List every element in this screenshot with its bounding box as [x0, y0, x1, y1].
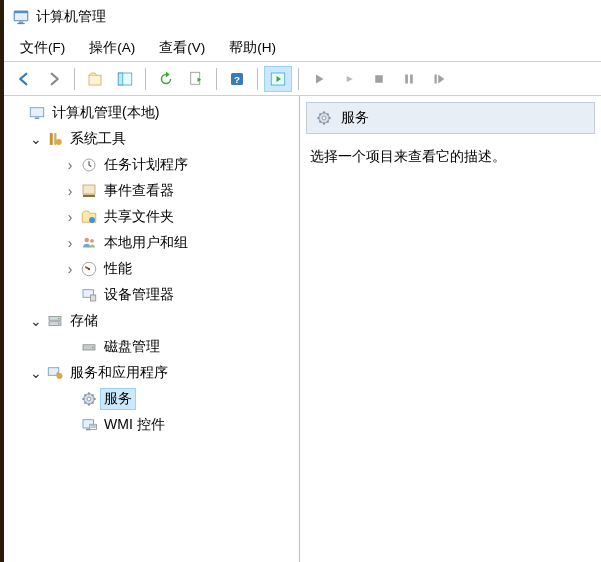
- toolbar-separator: [216, 68, 217, 90]
- svg-point-27: [88, 268, 90, 270]
- back-button[interactable]: [10, 66, 38, 92]
- svg-rect-11: [375, 75, 383, 83]
- detail-description: 选择一个项目来查看它的描述。: [306, 134, 595, 180]
- svg-rect-15: [30, 108, 44, 117]
- svg-point-23: [89, 217, 95, 223]
- tree-label: 任务计划程序: [100, 154, 192, 176]
- svg-point-19: [56, 139, 62, 145]
- spacer: [62, 339, 78, 355]
- svg-point-32: [58, 318, 60, 320]
- svg-point-37: [57, 373, 63, 379]
- users-icon: [80, 234, 98, 252]
- tree-wmi[interactable]: WMI 控件: [6, 412, 297, 438]
- clock-icon: [80, 156, 98, 174]
- tree-label: WMI 控件: [100, 414, 169, 436]
- tree-root[interactable]: 计算机管理(本地): [6, 100, 297, 126]
- content-area: 计算机管理(本地) 系统工具 任务计划程序 事件查看器 共享文件夹 本地用户和组: [4, 96, 601, 562]
- tree-performance[interactable]: 性能: [6, 256, 297, 282]
- svg-rect-29: [91, 295, 96, 301]
- tree-label: 共享文件夹: [100, 206, 178, 228]
- tree-device-manager[interactable]: 设备管理器: [6, 282, 297, 308]
- tree-shared-folders[interactable]: 共享文件夹: [6, 204, 297, 230]
- tree-label: 系统工具: [66, 128, 130, 150]
- help-button[interactable]: ?: [223, 66, 251, 92]
- properties-button[interactable]: [264, 66, 292, 92]
- detail-header: 服务: [306, 102, 595, 134]
- svg-rect-17: [50, 133, 53, 145]
- up-level-button[interactable]: [81, 66, 109, 92]
- gear-icon: [80, 390, 98, 408]
- tree-label: 磁盘管理: [100, 336, 164, 358]
- menu-action[interactable]: 操作(A): [79, 36, 145, 60]
- computer-management-icon: [28, 104, 46, 122]
- spacer: [62, 417, 78, 433]
- refresh-button[interactable]: [152, 66, 180, 92]
- tree-label: 服务: [100, 388, 136, 410]
- tree-label: 本地用户和组: [100, 232, 192, 254]
- tree-label: 设备管理器: [100, 284, 178, 306]
- forward-button[interactable]: [40, 66, 68, 92]
- system-tools-icon: [46, 130, 64, 148]
- spacer: [10, 105, 26, 121]
- tree-system-tools[interactable]: 系统工具: [6, 126, 297, 152]
- svg-rect-2: [19, 22, 24, 24]
- shared-folder-icon: [80, 208, 98, 226]
- gear-icon: [315, 109, 333, 127]
- expander-icon[interactable]: [62, 157, 78, 173]
- restart-service-button[interactable]: [425, 66, 453, 92]
- toolbar-separator: [74, 68, 75, 90]
- svg-point-25: [90, 239, 94, 243]
- svg-point-33: [58, 323, 60, 325]
- svg-rect-4: [89, 75, 101, 85]
- svg-rect-1: [14, 11, 28, 13]
- tree-label: 性能: [100, 258, 136, 280]
- expander-icon[interactable]: [28, 313, 44, 329]
- svg-text:?: ?: [234, 73, 240, 84]
- tree-local-users[interactable]: 本地用户和组: [6, 230, 297, 256]
- spacer: [62, 287, 78, 303]
- tree-services[interactable]: 服务: [6, 386, 297, 412]
- start-service-button[interactable]: [305, 66, 333, 92]
- toolbar-separator: [257, 68, 258, 90]
- stop-service-button[interactable]: [365, 66, 393, 92]
- wmi-icon: [80, 416, 98, 434]
- toolbar-separator: [145, 68, 146, 90]
- expander-icon[interactable]: [62, 261, 78, 277]
- svg-rect-16: [35, 118, 40, 120]
- tree-storage[interactable]: 存储: [6, 308, 297, 334]
- svg-rect-21: [83, 185, 95, 194]
- svg-rect-3: [17, 23, 25, 24]
- titlebar: 计算机管理: [4, 0, 601, 34]
- menubar: 文件(F) 操作(A) 查看(V) 帮助(H): [4, 34, 601, 62]
- expander-icon[interactable]: [28, 365, 44, 381]
- menu-view[interactable]: 查看(V): [149, 36, 215, 60]
- svg-point-35: [92, 347, 94, 349]
- expander-icon[interactable]: [28, 131, 44, 147]
- spacer: [62, 391, 78, 407]
- performance-icon: [80, 260, 98, 278]
- tree-event-viewer[interactable]: 事件查看器: [6, 178, 297, 204]
- menu-help[interactable]: 帮助(H): [219, 36, 286, 60]
- expander-icon[interactable]: [62, 183, 78, 199]
- device-manager-icon: [80, 286, 98, 304]
- expander-icon[interactable]: [62, 209, 78, 225]
- tree-label: 事件查看器: [100, 180, 178, 202]
- svg-rect-13: [410, 74, 413, 83]
- show-hide-tree-button[interactable]: [111, 66, 139, 92]
- services-apps-icon: [46, 364, 64, 382]
- storage-icon: [46, 312, 64, 330]
- menu-file[interactable]: 文件(F): [10, 36, 75, 60]
- pause-service-button[interactable]: [395, 66, 423, 92]
- export-list-button[interactable]: [182, 66, 210, 92]
- tree-disk-management[interactable]: 磁盘管理: [6, 334, 297, 360]
- tree-pane[interactable]: 计算机管理(本地) 系统工具 任务计划程序 事件查看器 共享文件夹 本地用户和组: [4, 96, 300, 562]
- expander-icon[interactable]: [62, 235, 78, 251]
- start-service-small-button[interactable]: [335, 66, 363, 92]
- toolbar: ?: [4, 62, 601, 96]
- svg-point-24: [85, 238, 90, 243]
- disk-icon: [80, 338, 98, 356]
- tree-task-scheduler[interactable]: 任务计划程序: [6, 152, 297, 178]
- svg-point-44: [322, 116, 326, 120]
- tree-services-apps[interactable]: 服务和应用程序: [6, 360, 297, 386]
- tree-label: 计算机管理(本地): [48, 102, 163, 124]
